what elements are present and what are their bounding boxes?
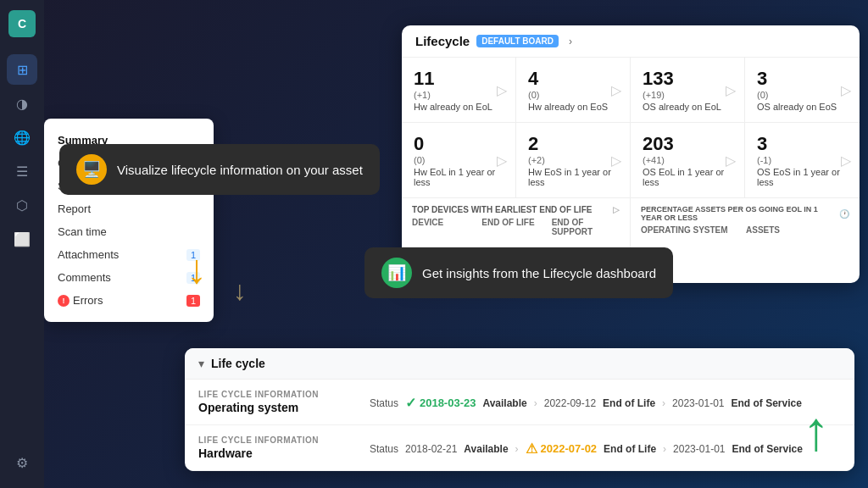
arrow-down-orange: ↓ — [186, 246, 207, 292]
metrics-row2: 0 (0) Hw EoL in 1 year or less ▷ 2 (+2) … — [402, 123, 860, 198]
report-item[interactable]: Report — [44, 197, 214, 220]
tooltip-visualize: 🖥️ Visualize lifecycle information on yo… — [59, 144, 380, 195]
play-icon-7: ▷ — [726, 152, 736, 169]
metric-hw-eol-year[interactable]: 0 (0) Hw EoL in 1 year or less ▷ — [402, 123, 516, 197]
lifecycle-row-hw: LIFE CYCLE INFORMATION Hardware Status 2… — [185, 425, 854, 471]
metric-os-eos[interactable]: 3 (0) OS already on EoS ▷ — [745, 58, 860, 122]
play-icon-1: ▷ — [497, 82, 507, 98]
play-icon-6: ▷ — [611, 152, 621, 169]
sidebar-logo[interactable]: C — [8, 10, 36, 37]
warn-icon-hw: ⚠ — [526, 441, 537, 457]
lifecycle-panel-header: ▾ Life cycle — [185, 348, 854, 380]
os-timeline: Status ✓ 2018-03-23 Available › 2022-09-… — [370, 395, 802, 411]
metric-os-eol[interactable]: 133 (+19) OS already on EoL ▷ — [631, 58, 745, 122]
play-icon-4: ▷ — [841, 82, 851, 98]
lifecycle-panel: ▾ Life cycle LIFE CYCLE INFORMATION Oper… — [185, 348, 854, 471]
dashboard-header: Lifecycle DEFAULT BOARD › — [402, 25, 860, 58]
sidebar: C ⊞ ◑ 🌐 ☰ ⬡ ⬜ ⚙ — [0, 0, 44, 488]
play-icon-2: ▷ — [611, 82, 621, 98]
arrow-up-green: ↑ — [803, 399, 831, 463]
metric-os-eol-year[interactable]: 203 (+41) OS EoL in 1 year or less ▷ — [631, 123, 745, 197]
play-icon-3: ▷ — [726, 82, 736, 98]
os-available-date: ✓ 2018-03-23 — [405, 395, 476, 411]
arrow-icon-3: › — [515, 443, 519, 455]
clock-icon: 🕐 — [839, 209, 849, 219]
metric-hw-eos[interactable]: 4 (0) Hw already on EoS ▷ — [516, 58, 631, 122]
tooltip-insights: 📊 Get insights from the Lifecycle dashbo… — [364, 247, 673, 298]
play-icon-8: ▷ — [841, 152, 851, 169]
arrow-icon-4: › — [663, 443, 666, 455]
check-icon-os: ✓ — [405, 395, 416, 411]
arrow-icon-2: › — [662, 397, 665, 409]
devices-table-header: DEVICE END OF LIFE END OF SUPPORT — [412, 218, 620, 236]
error-dot-icon: ! — [58, 295, 70, 307]
lifecycle-row-os: LIFE CYCLE INFORMATION Operating system … — [185, 380, 854, 425]
metric-os-eos-year[interactable]: 3 (-1) OS EoS in 1 year or less ▷ — [745, 123, 860, 197]
hw-available-date: 2018-02-21 — [405, 443, 457, 455]
errors-item[interactable]: ! Errors 1 — [44, 289, 214, 312]
sidebar-icon-grid[interactable]: ⊞ — [7, 54, 37, 85]
sidebar-icon-box[interactable]: ⬜ — [7, 224, 37, 254]
metric-hw-eol[interactable]: 11 (+1) Hw already on EoL ▷ — [402, 58, 516, 122]
collapse-icon[interactable]: › — [569, 36, 572, 47]
sidebar-icon-list[interactable]: ☰ — [7, 156, 37, 186]
hw-eol-date: ⚠ 2022-07-02 — [526, 441, 598, 457]
sidebar-icon-chart[interactable]: ◑ — [7, 88, 37, 119]
play-icon-5: ▷ — [497, 152, 507, 169]
hw-timeline: Status 2018-02-21 Available › ⚠ 2022-07-… — [370, 441, 803, 457]
arrow-icon-1: › — [534, 397, 537, 409]
arrow-down-light: ↓ — [233, 275, 247, 307]
scan-time-item[interactable]: Scan time — [44, 220, 214, 243]
lifecycle-dashboard-card: Lifecycle DEFAULT BOARD › 11 (+1) Hw alr… — [402, 25, 860, 283]
dashboard-icon: 📊 — [381, 258, 412, 288]
sidebar-icon-hex[interactable]: ⬡ — [7, 190, 37, 220]
play-icon-devices[interactable]: ▷ — [613, 205, 620, 214]
sidebar-icon-settings[interactable]: ⚙ — [7, 447, 37, 478]
sidebar-icon-globe[interactable]: 🌐 — [7, 122, 37, 152]
chevron-down-icon[interactable]: ▾ — [198, 357, 204, 370]
metric-hw-eos-year[interactable]: 2 (+2) Hw EoS in 1 year or less ▷ — [516, 123, 631, 197]
metrics-row1: 11 (+1) Hw already on EoL ▷ 4 (0) Hw alr… — [402, 58, 860, 123]
monitor-icon: 🖥️ — [76, 154, 107, 185]
